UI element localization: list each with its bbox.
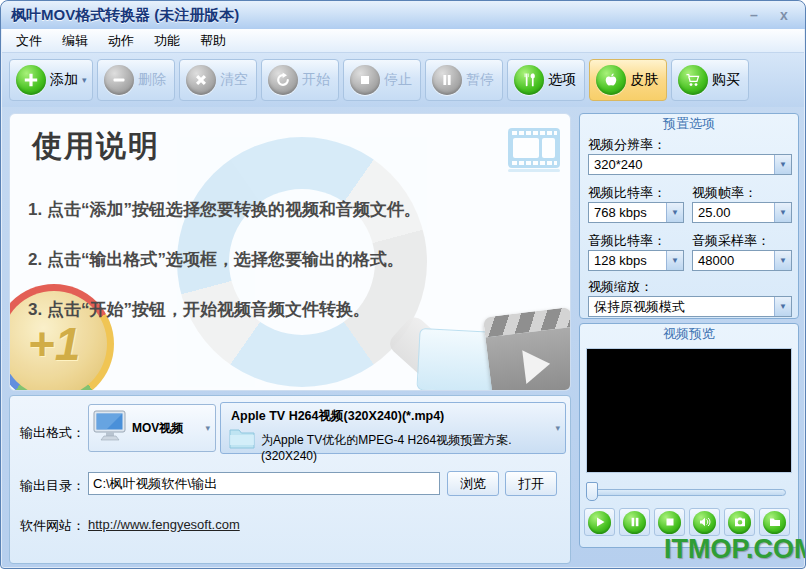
seek-slider-handle[interactable] bbox=[586, 482, 598, 501]
video-scale-value: 保持原视频模式 bbox=[589, 298, 685, 316]
audio-bitrate-value: 128 kbps bbox=[589, 253, 647, 268]
menu-help[interactable]: 帮助 bbox=[192, 30, 234, 52]
options-label: 选项 bbox=[548, 71, 576, 89]
video-bitrate-dropdown[interactable]: 768 kbps ▼ bbox=[588, 202, 684, 223]
preset-title: Apple TV H264视频(320X240)(*.mp4) bbox=[231, 408, 444, 425]
sample-rate-dropdown[interactable]: 48000 ▼ bbox=[692, 250, 792, 271]
window-title: 枫叶MOV格式转换器 (未注册版本) bbox=[11, 6, 239, 25]
resolution-dropdown[interactable]: 320*240 ▼ bbox=[588, 154, 792, 175]
chevron-down-icon: ▼ bbox=[666, 203, 683, 222]
audio-bitrate-label: 音频比特率： bbox=[588, 232, 666, 250]
video-preview-group: 视频预览 bbox=[579, 323, 799, 548]
instruction-step-2: 2. 点击“输出格式”选项框，选择您要输出的格式。 bbox=[28, 248, 404, 271]
video-bitrate-value: 768 kbps bbox=[589, 205, 647, 220]
preset-folder-icon bbox=[229, 426, 255, 454]
chevron-down-icon: ▼ bbox=[666, 251, 683, 270]
stop-icon bbox=[350, 65, 380, 95]
minimize-button[interactable]: – bbox=[743, 7, 765, 23]
preview-volume-button[interactable] bbox=[689, 508, 720, 536]
preset-description: 为Apple TV优化的MPEG-4 H264视频预置方案.(320X240) bbox=[261, 432, 565, 463]
audio-bitrate-dropdown[interactable]: 128 kbps ▼ bbox=[588, 250, 684, 271]
chevron-down-icon: ▾ bbox=[555, 423, 560, 433]
add-icon bbox=[16, 65, 46, 95]
add-label: 添加 bbox=[50, 71, 78, 89]
options-button[interactable]: 选项 bbox=[507, 59, 585, 101]
output-preset-dropdown[interactable]: Apple TV H264视频(320X240)(*.mp4) 为Apple T… bbox=[220, 402, 566, 454]
instruction-step-3: 3. 点击“开始”按钮，开始视频音频文件转换。 bbox=[28, 298, 370, 321]
delete-button[interactable]: 删除 bbox=[97, 59, 175, 101]
delete-icon bbox=[104, 65, 134, 95]
buy-label: 购买 bbox=[712, 71, 740, 89]
browse-button[interactable]: 浏览 bbox=[447, 471, 499, 496]
video-scale-dropdown[interactable]: 保持原视频模式 ▼ bbox=[588, 296, 792, 317]
preview-folder-button[interactable] bbox=[759, 508, 790, 536]
clapperboard-icon bbox=[483, 307, 571, 391]
video-preview-header: 视频预览 bbox=[580, 324, 798, 342]
seek-slider-track[interactable] bbox=[588, 489, 786, 496]
pause-icon bbox=[432, 65, 462, 95]
preset-options-header: 预置选项 bbox=[580, 114, 798, 132]
pause-icon bbox=[623, 511, 646, 534]
pause-label: 暂停 bbox=[466, 71, 494, 89]
folder-icon bbox=[763, 511, 786, 534]
clapperboard-graphic bbox=[418, 300, 571, 391]
pause-button[interactable]: 暂停 bbox=[425, 59, 503, 101]
clear-button[interactable]: 清空 bbox=[179, 59, 257, 101]
play-icon bbox=[588, 511, 611, 534]
start-button[interactable]: 开始 bbox=[261, 59, 339, 101]
title-bar: 枫叶MOV格式转换器 (未注册版本) – x bbox=[1, 1, 805, 29]
start-icon bbox=[268, 65, 298, 95]
video-preview-screen bbox=[586, 348, 792, 473]
website-label: 软件网站： bbox=[20, 517, 85, 535]
instruction-step-1: 1. 点击“添加”按钮选择您要转换的视频和音频文件。 bbox=[28, 198, 421, 221]
menu-file[interactable]: 文件 bbox=[8, 30, 50, 52]
film-strip-icon bbox=[508, 128, 560, 176]
menu-edit[interactable]: 编辑 bbox=[54, 30, 96, 52]
output-dir-input[interactable] bbox=[88, 472, 440, 495]
open-button[interactable]: 打开 bbox=[505, 471, 557, 496]
app-window: 枫叶MOV格式转换器 (未注册版本) – x 文件 编辑 动作 功能 帮助 添加… bbox=[0, 0, 806, 569]
chevron-down-icon: ▼ bbox=[774, 251, 791, 270]
chevron-down-icon: ▼ bbox=[774, 203, 791, 222]
menu-function[interactable]: 功能 bbox=[146, 30, 188, 52]
preview-play-button[interactable] bbox=[584, 508, 615, 536]
video-scale-label: 视频缩放： bbox=[588, 278, 653, 296]
video-bitrate-label: 视频比特率： bbox=[588, 184, 666, 202]
stop-label: 停止 bbox=[384, 71, 412, 89]
clear-icon bbox=[186, 65, 216, 95]
stop-icon bbox=[658, 511, 681, 534]
play-triangle-icon bbox=[522, 347, 552, 384]
frame-rate-dropdown[interactable]: 25.00 ▼ bbox=[692, 202, 792, 223]
preview-pause-button[interactable] bbox=[619, 508, 650, 536]
playback-controls bbox=[584, 508, 790, 536]
output-format-label: 输出格式： bbox=[20, 424, 85, 442]
skin-button[interactable]: 皮肤 bbox=[589, 59, 667, 101]
output-dir-label: 输出目录： bbox=[20, 477, 85, 495]
toolbar: 添加 ▾ 删除 清空 开始 停止 bbox=[2, 53, 804, 107]
preview-snapshot-button[interactable] bbox=[724, 508, 755, 536]
preview-stop-button[interactable] bbox=[654, 508, 685, 536]
frame-rate-label: 视频帧率： bbox=[692, 184, 757, 202]
resolution-value: 320*240 bbox=[589, 157, 642, 172]
close-button[interactable]: x bbox=[773, 7, 795, 23]
sample-rate-value: 48000 bbox=[693, 253, 734, 268]
add-button[interactable]: 添加 ▾ bbox=[9, 59, 93, 101]
resolution-label: 视频分辨率： bbox=[588, 136, 666, 154]
camera-icon bbox=[728, 511, 751, 534]
menu-bar: 文件 编辑 动作 功能 帮助 bbox=[2, 29, 804, 53]
output-format-value: MOV视频 bbox=[132, 420, 183, 437]
options-icon bbox=[514, 65, 544, 95]
chevron-down-icon: ▾ bbox=[82, 75, 87, 85]
chevron-down-icon: ▼ bbox=[774, 155, 791, 174]
website-link[interactable]: http://www.fengyesoft.com bbox=[88, 517, 240, 532]
monitor-icon bbox=[93, 410, 127, 446]
output-format-dropdown[interactable]: MOV视频 ▾ bbox=[88, 404, 216, 452]
clear-label: 清空 bbox=[220, 71, 248, 89]
itmop-watermark: ITMOP.COM bbox=[664, 534, 806, 565]
buy-button[interactable]: 购买 bbox=[671, 59, 749, 101]
delete-label: 删除 bbox=[138, 71, 166, 89]
menu-action[interactable]: 动作 bbox=[100, 30, 142, 52]
preset-options-group: 预置选项 视频分辨率： 320*240 ▼ 视频比特率： 视频帧率： 768 k… bbox=[579, 113, 799, 319]
buy-cart-icon bbox=[678, 65, 708, 95]
stop-button[interactable]: 停止 bbox=[343, 59, 421, 101]
